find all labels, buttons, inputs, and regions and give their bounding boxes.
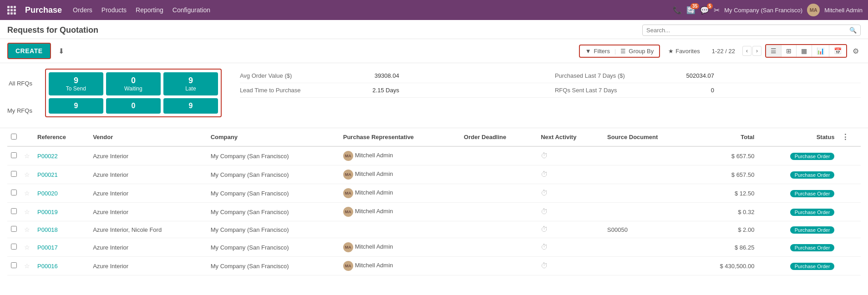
- row-activity[interactable]: ⏱: [537, 146, 604, 165]
- tools-icon[interactable]: ✂: [714, 6, 720, 15]
- row-reference[interactable]: P00021: [34, 165, 89, 184]
- row-checkbox[interactable]: [11, 171, 17, 177]
- row-checkbox[interactable]: [11, 262, 17, 268]
- my-rfqs-to-send-card[interactable]: 9: [49, 98, 103, 114]
- reference-link[interactable]: P00017: [37, 244, 58, 251]
- activity-clock-icon[interactable]: ⏱: [541, 262, 548, 270]
- row-checkbox[interactable]: [11, 208, 17, 214]
- all-rfqs-late-card[interactable]: 9 Late: [163, 72, 218, 95]
- row-reference[interactable]: P00020: [34, 184, 89, 203]
- activity-clock-icon[interactable]: ⏱: [541, 208, 548, 215]
- row-activity[interactable]: ⏱: [537, 165, 604, 184]
- search-input[interactable]: [646, 27, 849, 34]
- col-total[interactable]: Total: [693, 128, 758, 146]
- row-activity[interactable]: ⏱: [537, 184, 604, 203]
- search-icon[interactable]: 🔍: [849, 27, 857, 34]
- all-rfqs-to-send-card[interactable]: 9 To Send: [49, 72, 103, 95]
- my-rfqs-late-card[interactable]: 9: [163, 98, 218, 114]
- favorite-star-icon[interactable]: ☆: [24, 244, 30, 251]
- groupby-label[interactable]: Group By: [629, 48, 654, 55]
- calendar-view-button[interactable]: 📅: [829, 45, 846, 57]
- col-rep[interactable]: Purchase Representative: [340, 128, 460, 146]
- all-rfqs-waiting-card[interactable]: 0 Waiting: [106, 72, 161, 95]
- row-reference[interactable]: P00019: [34, 203, 89, 221]
- my-rfqs-waiting-card[interactable]: 0: [106, 98, 161, 114]
- col-deadline[interactable]: Order Deadline: [460, 128, 537, 146]
- reference-link[interactable]: P00018: [37, 226, 58, 233]
- row-reference[interactable]: P00017: [34, 238, 89, 257]
- more-columns-icon[interactable]: ⋮: [842, 133, 849, 141]
- favorite-star-icon[interactable]: ☆: [24, 152, 30, 160]
- nav-reporting[interactable]: Reporting: [136, 6, 163, 14]
- reference-link[interactable]: P00021: [37, 171, 58, 178]
- reference-link[interactable]: P00019: [37, 209, 58, 215]
- reference-link[interactable]: P00022: [37, 153, 58, 160]
- nav-orders[interactable]: Orders: [73, 6, 92, 14]
- nav-products[interactable]: Products: [102, 6, 127, 14]
- row-checkbox-col[interactable]: [7, 238, 20, 257]
- select-all-checkbox-col[interactable]: [7, 128, 20, 146]
- activity-clock-icon[interactable]: ⏱: [541, 189, 548, 197]
- col-source[interactable]: Source Document: [604, 128, 693, 146]
- row-reference[interactable]: P00022: [34, 146, 89, 165]
- row-star-col[interactable]: ☆: [20, 146, 34, 165]
- avatar[interactable]: MA: [807, 4, 820, 16]
- row-activity[interactable]: ⏱: [537, 203, 604, 221]
- row-checkbox[interactable]: [11, 244, 17, 250]
- download-button[interactable]: ⬇: [55, 45, 68, 57]
- activity-clock-icon[interactable]: ⏱: [541, 225, 548, 233]
- filters-group-by-control[interactable]: ▼ Filters | ☰ Group By: [579, 45, 660, 58]
- row-activity[interactable]: ⏱: [537, 221, 604, 238]
- select-all-checkbox[interactable]: [11, 134, 17, 140]
- row-checkbox-col[interactable]: [7, 221, 20, 238]
- col-status[interactable]: Status: [758, 128, 838, 146]
- favorite-star-icon[interactable]: ☆: [24, 190, 30, 197]
- col-vendor[interactable]: Vendor: [89, 128, 207, 146]
- message-badge-wrap[interactable]: 💬 5: [700, 6, 709, 15]
- row-checkbox[interactable]: [11, 226, 17, 232]
- favorite-star-icon[interactable]: ☆: [24, 226, 30, 233]
- chart-view-button[interactable]: 📊: [812, 45, 829, 57]
- activity-clock-icon[interactable]: ⏱: [541, 152, 548, 160]
- create-button[interactable]: CREATE: [7, 43, 51, 59]
- reference-link[interactable]: P00020: [37, 190, 58, 197]
- row-star-col[interactable]: ☆: [20, 257, 34, 275]
- prev-page-button[interactable]: ‹: [742, 46, 751, 56]
- reference-link[interactable]: P00016: [37, 263, 58, 270]
- filters-label[interactable]: Filters: [594, 48, 610, 55]
- row-reference[interactable]: P00016: [34, 257, 89, 275]
- row-star-col[interactable]: ☆: [20, 203, 34, 221]
- row-star-col[interactable]: ☆: [20, 221, 34, 238]
- favorite-star-icon[interactable]: ☆: [24, 208, 30, 215]
- row-checkbox-col[interactable]: [7, 165, 20, 184]
- row-star-col[interactable]: ☆: [20, 165, 34, 184]
- favorites-button[interactable]: ★ Favorites: [664, 45, 704, 57]
- row-checkbox-col[interactable]: [7, 184, 20, 203]
- activity-clock-icon[interactable]: ⏱: [541, 170, 548, 178]
- row-checkbox[interactable]: [11, 190, 17, 195]
- row-activity[interactable]: ⏱: [537, 257, 604, 275]
- settings-button[interactable]: ⚙: [851, 45, 861, 57]
- favorite-star-icon[interactable]: ☆: [24, 171, 30, 178]
- grid-view-button[interactable]: ▦: [797, 45, 812, 57]
- activity-clock-icon[interactable]: ⏱: [541, 243, 548, 251]
- col-company[interactable]: Company: [207, 128, 340, 146]
- col-reference[interactable]: Reference: [34, 128, 89, 146]
- row-star-col[interactable]: ☆: [20, 238, 34, 257]
- col-activity[interactable]: Next Activity: [537, 128, 604, 146]
- row-checkbox-col[interactable]: [7, 146, 20, 165]
- favorite-star-icon[interactable]: ☆: [24, 262, 30, 270]
- row-checkbox-col[interactable]: [7, 257, 20, 275]
- row-activity[interactable]: ⏱: [537, 238, 604, 257]
- phone-icon[interactable]: 📞: [673, 6, 682, 15]
- row-checkbox[interactable]: [11, 152, 17, 158]
- kanban-view-button[interactable]: ⊞: [782, 45, 797, 57]
- row-reference[interactable]: P00018: [34, 221, 89, 238]
- row-checkbox-col[interactable]: [7, 203, 20, 221]
- nav-configuration[interactable]: Configuration: [173, 6, 210, 14]
- app-grid-icon[interactable]: [5, 4, 18, 16]
- next-page-button[interactable]: ›: [752, 46, 761, 56]
- row-star-col[interactable]: ☆: [20, 184, 34, 203]
- activity-badge-wrap[interactable]: 🔄 35: [686, 6, 695, 15]
- list-view-button[interactable]: ☰: [766, 45, 782, 57]
